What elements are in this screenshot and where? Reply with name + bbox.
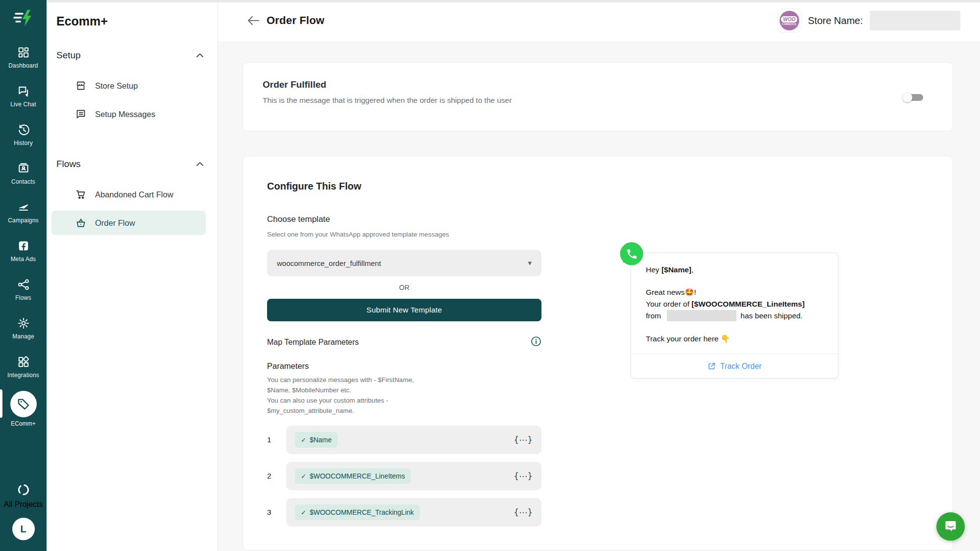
sidebar-section-flows[interactable]: Flows [47, 159, 218, 169]
meta-ads-facebook-icon [17, 240, 30, 252]
rail-item-live-chat[interactable]: Live Chat [0, 77, 47, 116]
parameter-mapping-field[interactable]: ✓ $WOOCOMMERCE_LineItems {⋯} [286, 462, 541, 490]
message-text: from [646, 311, 661, 320]
flows-icon [17, 278, 30, 291]
woo-logo-subtext: COMMERCE [782, 23, 797, 25]
parameter-mapping-field[interactable]: ✓ $Name {⋯} [286, 426, 541, 454]
parameter-index: 3 [267, 508, 278, 517]
dashboard-grid-icon [17, 46, 30, 59]
top-border-strip [47, 0, 980, 2]
sidebar-item-setup-messages[interactable]: Setup Messages [47, 102, 218, 126]
hint-line: $Name, $MobileNumber etc. [267, 385, 541, 395]
rail-item-campaigns[interactable]: Campaigns [0, 193, 47, 232]
section-label: Flows [56, 159, 81, 169]
rail-item-meta-ads[interactable]: Meta Ads [0, 232, 47, 270]
rail-item-history[interactable]: History [0, 116, 47, 154]
configure-title: Configure This Flow [267, 181, 541, 192]
contacts-icon [17, 162, 30, 175]
live-chat-icon [17, 85, 30, 97]
insert-variable-icon[interactable]: {⋯} [514, 471, 533, 481]
chat-bubble-icon [944, 520, 957, 533]
chevron-up-icon [196, 162, 204, 167]
sidebar-item-label: Order Flow [95, 218, 135, 228]
woo-logo-text: WOO [781, 16, 797, 23]
rail-item-label: All Projects [3, 500, 43, 509]
sidebar-item-store-setup[interactable]: Store Setup [47, 73, 218, 98]
chevron-up-icon [196, 53, 204, 58]
whatsapp-message-body: Hey [$Name], Great news🤩! Your order of … [631, 253, 838, 354]
sidebar-item-abandoned-cart-flow[interactable]: Abandoned Cart Flow [47, 182, 218, 207]
parameter-index: 2 [267, 472, 278, 480]
map-template-parameters-label: Map Template Parameters [267, 338, 359, 347]
sidebar-item-label: Store Setup [95, 81, 138, 91]
integrations-icon [17, 356, 30, 368]
rail-item-label: Integrations [7, 372, 39, 379]
rail-item-contacts[interactable]: Contacts [0, 154, 47, 193]
whatsapp-icon [618, 241, 644, 267]
rail-item-label: History [14, 140, 33, 146]
parameter-value: $WOOCOMMERCE_TrackingLink [310, 508, 414, 516]
info-icon[interactable] [531, 336, 541, 349]
parameter-chip: ✓ $WOOCOMMERCE_LineItems [295, 468, 411, 484]
message-variable: [$Name] [662, 265, 691, 274]
sidebar-item-label: Setup Messages [95, 110, 155, 119]
primary-rail: Dashboard Live Chat History [0, 0, 47, 551]
message-icon [74, 108, 87, 120]
page-header: Order Flow WOO COMMERCE Store Name: [218, 0, 980, 41]
ecomm-sidebar: Ecomm+ Setup Store Setup [47, 0, 218, 551]
storefront-icon [74, 79, 87, 92]
rail-item-dashboard[interactable]: Dashboard [0, 38, 47, 77]
store-name-label: Store Name: [808, 15, 863, 26]
message-text: , [691, 265, 693, 274]
rail-item-flows[interactable]: Flows [0, 270, 47, 309]
rail-item-label: Meta Ads [11, 256, 36, 263]
whatsapp-bubble: Hey [$Name], Great news🤩! Your order of … [631, 253, 838, 379]
submit-new-template-button[interactable]: Submit New Template [267, 299, 541, 321]
order-fulfilled-card: Order Fulfilled This is the message that… [243, 62, 953, 131]
user-avatar[interactable]: L [12, 518, 35, 540]
parameter-row: 3 ✓ $WOOCOMMERCE_TrackingLink {⋯} [267, 498, 541, 527]
check-icon: ✓ [301, 436, 306, 444]
message-text: Track your order here 👇 [646, 333, 826, 345]
configure-flow-card: Configure This Flow Choose template Sele… [243, 156, 953, 551]
template-select[interactable]: woocommerce_order_fulfillment ▾ [267, 250, 541, 276]
ecommerce-tag-icon [10, 391, 37, 417]
parameter-list: 1 ✓ $Name {⋯} 2 ✓ [267, 426, 541, 527]
rail-item-ecommerce[interactable]: EComm+ [0, 386, 47, 431]
rail-item-label: Contacts [11, 178, 35, 185]
back-arrow-icon[interactable] [246, 13, 261, 28]
store-name-redacted-value [870, 11, 960, 30]
parameter-value: $Name [310, 436, 332, 444]
hint-line: You can also use your custom attributes … [267, 395, 541, 406]
rail-item-all-projects[interactable]: All Projects [3, 483, 43, 509]
rail-item-manage[interactable]: Manage [0, 309, 47, 348]
rail-item-integrations[interactable]: Integrations [0, 348, 47, 386]
sidebar-item-order-flow[interactable]: Order Flow [51, 211, 206, 235]
parameter-mapping-field[interactable]: ✓ $WOOCOMMERCE_TrackingLink {⋯} [286, 498, 541, 527]
whatsapp-message-preview: Hey [$Name], Great news🤩! Your order of … [631, 253, 838, 379]
card-title: Order Fulfilled [263, 79, 933, 90]
hint-line: $my_custom_attribute_name. [267, 406, 541, 416]
sidebar-item-label: Abandoned Cart Flow [95, 190, 173, 199]
rail-item-label: Manage [12, 333, 34, 340]
parameters-hint: You can personalize messages with - $Fir… [267, 375, 541, 416]
track-order-button[interactable]: Track Order [631, 354, 838, 378]
rail-item-label: Live Chat [10, 101, 36, 108]
content-area: Order Fulfilled This is the message that… [218, 41, 980, 551]
parameters-title: Parameters [267, 361, 541, 371]
or-separator: OR [267, 284, 541, 291]
message-text: Hey [646, 265, 662, 274]
external-link-icon [708, 362, 716, 370]
chat-launcher-button[interactable] [936, 512, 965, 541]
insert-variable-icon[interactable]: {⋯} [514, 507, 533, 517]
sidebar-section-setup[interactable]: Setup [47, 50, 218, 61]
toggle-knob [903, 93, 912, 102]
parameter-chip: ✓ $Name [295, 432, 338, 448]
rail-item-label: Flows [15, 294, 31, 301]
basket-icon [74, 216, 87, 229]
order-fulfilled-toggle[interactable] [905, 91, 924, 104]
hint-line: You can personalize messages with - $Fir… [267, 375, 541, 385]
parameter-value: $WOOCOMMERCE_LineItems [310, 472, 405, 480]
insert-variable-icon[interactable]: {⋯} [514, 435, 533, 445]
app-logo-icon[interactable] [13, 8, 34, 28]
